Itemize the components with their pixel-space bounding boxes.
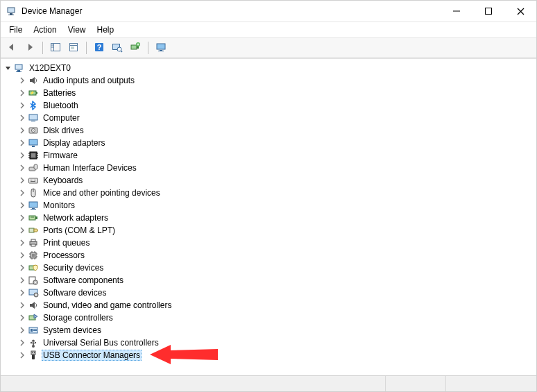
svg-point-95 (31, 342, 32, 343)
expander-icon[interactable] (17, 313, 27, 323)
menubar: FileActionViewHelp (1, 22, 536, 38)
bluetooth-icon (28, 100, 39, 111)
menu-view[interactable]: View (62, 24, 92, 36)
software-dev-icon (28, 287, 39, 298)
svg-point-84 (35, 282, 36, 283)
category-Universal-Serial-Bus-controllers[interactable]: Universal Serial Bus controllers (1, 336, 536, 349)
help-button[interactable]: ? (91, 40, 108, 56)
category-label: Processors (42, 250, 86, 260)
svg-rect-30 (16, 71, 22, 72)
svg-line-5 (518, 8, 524, 15)
expander-icon[interactable] (17, 350, 27, 360)
svg-rect-67 (29, 228, 34, 232)
expander-icon[interactable] (17, 88, 27, 98)
category-USB-Connector-Managers[interactable]: USB Connector Managers (1, 349, 536, 361)
category-label: System devices (42, 325, 103, 335)
forward-button[interactable] (22, 40, 38, 56)
help-icon: ? (94, 42, 105, 55)
svg-rect-2 (8, 15, 14, 15)
category-Print-queues[interactable]: Print queues (1, 237, 536, 249)
scan-hardware-button[interactable] (109, 40, 126, 56)
category-label: Print queues (42, 238, 91, 248)
expander-icon[interactable] (17, 250, 27, 260)
category-label: Computer (42, 113, 81, 123)
expander-icon[interactable] (17, 275, 27, 285)
category-Processors[interactable]: Processors (1, 249, 536, 262)
toolbar-separator (42, 42, 43, 54)
menu-help[interactable]: Help (92, 24, 120, 36)
battery-icon (28, 87, 39, 99)
category-Display-adapters[interactable]: Display adapters (1, 137, 536, 149)
svg-rect-20 (131, 45, 137, 49)
svg-rect-100 (32, 355, 35, 359)
port-icon (28, 225, 39, 236)
expander-icon[interactable] (17, 263, 27, 273)
menu-file[interactable]: File (3, 24, 28, 36)
category-label: Security devices (42, 263, 105, 273)
category-Software-components[interactable]: Software components (1, 274, 536, 287)
usb-icon (28, 337, 39, 348)
category-Batteries[interactable]: Batteries (1, 87, 536, 99)
category-Network-adapters[interactable]: Network adapters (1, 212, 536, 224)
category-label: Sound, video and game controllers (42, 300, 173, 310)
category-Computer[interactable]: Computer (1, 112, 536, 124)
svg-line-6 (518, 8, 524, 15)
expander-icon[interactable] (17, 300, 27, 310)
expander-icon[interactable] (17, 138, 27, 148)
category-Monitors[interactable]: Monitors (1, 199, 536, 212)
svg-rect-53 (30, 180, 31, 180)
properties-button[interactable] (65, 40, 82, 56)
tree-root[interactable]: X12DEXT0 (1, 62, 536, 74)
category-label: Software devices (42, 288, 108, 298)
category-Human-Interface-Devices[interactable]: Human Interface Devices (1, 162, 536, 174)
expander-icon[interactable] (17, 338, 27, 348)
network-icon (28, 212, 39, 223)
category-Disk-drives[interactable]: Disk drives (1, 124, 536, 137)
hid-icon (28, 162, 39, 173)
expander-icon[interactable] (17, 163, 27, 173)
expander-icon[interactable] (17, 325, 27, 335)
tree-pane-icon (50, 42, 61, 55)
svg-rect-98 (32, 352, 33, 353)
back-button[interactable] (3, 40, 20, 56)
category-Firmware[interactable]: Firmware (1, 149, 536, 162)
show-hide-tree-button[interactable] (47, 40, 64, 56)
category-label: Bluetooth (42, 101, 80, 110)
category-Keyboards[interactable]: Keyboards (1, 174, 536, 187)
category-Sound-video-and-game-controllers[interactable]: Sound, video and game controllers (1, 299, 536, 312)
menu-action[interactable]: Action (28, 24, 62, 36)
expander-icon[interactable] (17, 201, 27, 210)
minimize-button[interactable] (441, 1, 472, 22)
category-Bluetooth[interactable]: Bluetooth (1, 99, 536, 112)
svg-rect-57 (35, 180, 36, 180)
svg-point-39 (33, 130, 34, 131)
expander-icon[interactable] (17, 126, 27, 135)
svg-point-87 (35, 294, 37, 296)
category-Storage-controllers[interactable]: Storage controllers (1, 312, 536, 324)
category-Mice-and-other-pointing-devices[interactable]: Mice and other pointing devices (1, 187, 536, 199)
close-button[interactable] (504, 1, 536, 22)
category-Ports-COM-LPT-[interactable]: Ports (COM & LPT) (1, 224, 536, 237)
devices-printers-button[interactable] (153, 40, 169, 56)
expander-icon[interactable] (17, 238, 27, 248)
expander-icon[interactable] (17, 225, 27, 235)
add-legacy-button[interactable] (127, 40, 144, 56)
category-Audio-inputs-and-outputs[interactable]: Audio inputs and outputs (1, 74, 536, 87)
expander-icon[interactable] (17, 213, 27, 223)
expander-icon[interactable] (17, 151, 27, 160)
expander-icon[interactable] (17, 188, 27, 198)
expander-icon[interactable] (3, 63, 13, 73)
security-icon (28, 262, 39, 273)
category-System-devices[interactable]: System devices (1, 324, 536, 336)
expander-icon[interactable] (17, 101, 27, 110)
category-Security-devices[interactable]: Security devices (1, 262, 536, 274)
tree-content[interactable]: X12DEXT0Audio inputs and outputsBatterie… (1, 58, 536, 375)
category-Software-devices[interactable]: Software devices (1, 287, 536, 299)
monitor-icon (28, 200, 39, 211)
expander-icon[interactable] (17, 76, 27, 85)
svg-rect-51 (34, 164, 37, 169)
expander-icon[interactable] (17, 176, 27, 185)
maximize-button[interactable] (472, 1, 504, 22)
expander-icon[interactable] (17, 113, 27, 123)
expander-icon[interactable] (17, 288, 27, 298)
